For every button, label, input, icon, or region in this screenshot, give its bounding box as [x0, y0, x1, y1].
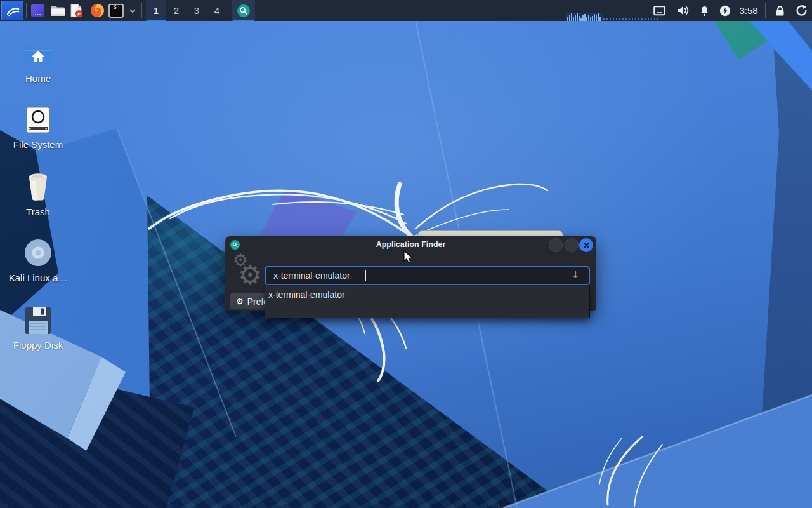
workspace-label: 4 — [214, 5, 219, 16]
power-circle-icon — [719, 5, 731, 17]
workspace-label: 2 — [174, 5, 179, 16]
trash-can-icon — [3, 169, 74, 202]
clock-text: 3:58 — [739, 5, 757, 16]
gears-icon: ⚙⚙ — [230, 255, 266, 295]
workspace-label: 1 — [154, 5, 159, 16]
bell-icon — [699, 5, 710, 17]
cpu-graph-widget[interactable] — [566, 13, 603, 21]
optical-disc-icon — [3, 235, 74, 268]
desktop-icon-label: Trash — [3, 206, 74, 217]
desktop-icon-label: Floppy Disk — [3, 340, 74, 351]
lock-screen-button[interactable] — [770, 0, 789, 21]
desktop-icon-file-system[interactable]: File System — [3, 102, 74, 150]
active-underline — [147, 20, 166, 21]
kali-menu-button[interactable] — [1, 1, 23, 20]
gear-icon: ⚙ — [236, 297, 244, 306]
panel-separator — [26, 3, 27, 18]
terminal-dropdown-button[interactable] — [127, 0, 138, 21]
kali-dragon-icon — [5, 4, 20, 18]
workspace-button-1[interactable]: 1 — [146, 0, 166, 21]
launcher-firefox[interactable] — [88, 0, 107, 21]
launcher-terminal[interactable]: $_ — [107, 0, 124, 21]
launcher-text-editor[interactable] — [68, 0, 86, 21]
top-panel: $_ 1 2 3 4 — [0, 0, 812, 21]
log-out-button[interactable] — [792, 0, 811, 21]
desktop-icon-floppy-disk[interactable]: Floppy Disk — [3, 302, 74, 351]
completion-popup: x-terminal-emulator — [265, 286, 590, 318]
search-input[interactable] — [265, 266, 590, 285]
firefox-icon — [90, 3, 105, 18]
application-finder-launcher[interactable] — [232, 0, 255, 21]
workspace-button-3[interactable]: 3 — [187, 0, 207, 21]
display-tray-button[interactable] — [651, 0, 667, 21]
display-icon — [653, 6, 665, 16]
terminal-glyph: $_ — [114, 4, 120, 10]
active-underline — [233, 20, 254, 21]
search-icon — [237, 4, 251, 18]
panel-separator — [230, 3, 230, 18]
text-editor-icon — [70, 3, 84, 18]
file-manager-icon — [50, 4, 65, 17]
desktop-icon-label: Home — [3, 73, 74, 84]
volume-tray-button[interactable] — [674, 0, 691, 21]
desktop-icon-label: File System — [3, 139, 74, 150]
home-folder-icon — [3, 36, 74, 69]
power-manager-tray-button[interactable] — [716, 0, 735, 21]
clock[interactable]: 3:58 — [735, 0, 763, 21]
volume-icon — [677, 5, 689, 16]
workspace-label: 3 — [194, 5, 199, 16]
completion-item[interactable]: x-terminal-emulator — [265, 286, 589, 303]
notifications-tray-button[interactable] — [695, 0, 713, 21]
files-app-icon — [30, 3, 45, 18]
desktop-icon-trash[interactable]: Trash — [3, 169, 74, 217]
arrow-down-icon[interactable]: ↓ — [572, 269, 580, 281]
workspace-button-2[interactable]: 2 — [166, 0, 187, 21]
panel-separator — [765, 3, 766, 18]
desktop-icon-home[interactable]: Home — [3, 36, 74, 84]
desktop-icon-kali-cd[interactable]: Kali Linux a… — [3, 235, 74, 283]
workspace-button-4[interactable]: 4 — [207, 0, 227, 21]
launcher-files-app[interactable] — [28, 0, 47, 21]
graph-overflow-dots — [603, 18, 658, 20]
text-caret — [365, 270, 366, 281]
log-out-icon — [796, 4, 808, 17]
window-title: Application Finder — [225, 240, 596, 249]
chevron-down-icon — [129, 9, 136, 13]
panel-separator — [141, 3, 142, 18]
window-maximize-button[interactable] — [565, 238, 579, 252]
floppy-disk-icon — [3, 302, 74, 335]
hard-disk-icon — [3, 102, 74, 135]
application-finder-window: Application Finder ⚙⚙ ↓ ⚙ Preferences x-… — [225, 236, 596, 311]
launcher-file-manager[interactable] — [48, 0, 67, 21]
lock-icon — [775, 5, 785, 17]
window-close-button[interactable] — [579, 238, 593, 252]
desktop-icon-label: Kali Linux a… — [3, 272, 74, 283]
window-minimize-button[interactable] — [549, 238, 563, 252]
mouse-cursor — [403, 250, 416, 264]
